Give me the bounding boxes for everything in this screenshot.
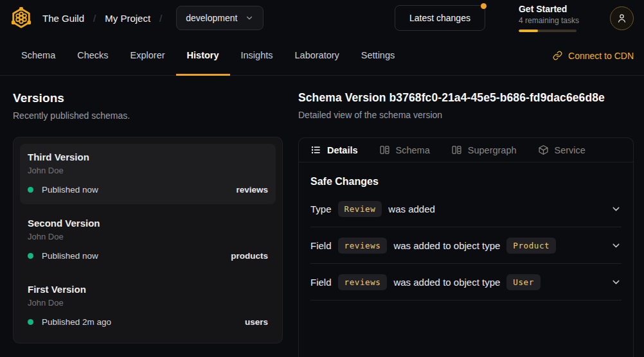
schema-version-card: DetailsSchemaSupergraphService Safe Chan… (298, 137, 634, 357)
version-author: John Doe (28, 298, 268, 308)
version-list-item[interactable]: Second VersionJohn DoePublished nowprodu… (20, 210, 276, 270)
detail-tab-schema[interactable]: Schema (379, 144, 430, 155)
published-dot-icon (28, 319, 33, 325)
breadcrumb-separator: / (159, 13, 162, 24)
schema-version-panel: Schema Version b3768fc0-21a4-45e5-b686-f… (298, 76, 634, 357)
change-text: was added to object type (393, 240, 500, 251)
latest-changes-button[interactable]: Latest changes (395, 5, 485, 31)
version-author: John Doe (28, 166, 268, 175)
code-badge: reviews (338, 274, 388, 290)
version-status-row: Published nowreviews (28, 185, 268, 195)
code-badge: User (506, 274, 541, 290)
detail-tab-label: Details (327, 145, 358, 155)
user-avatar[interactable] (610, 6, 634, 30)
tab-schema[interactable]: Schema (10, 36, 66, 76)
guild-hive-logo-icon[interactable] (10, 7, 32, 29)
published-dot-icon (28, 187, 33, 193)
tab-history[interactable]: History (176, 36, 230, 76)
latest-changes-label: Latest changes (409, 13, 470, 23)
version-name: Third Version (28, 152, 268, 162)
main-content: Versions Recently published schemas. Thi… (0, 76, 644, 357)
schema-version-title: Schema Version b3768fc0-21a4-45e5-b686-f… (298, 91, 634, 105)
detail-tab-details[interactable]: Details (310, 144, 358, 155)
change-description: Fieldreviewswas added to object typeUser (310, 274, 611, 290)
panels-icon (379, 144, 390, 155)
detail-tab-supergraph[interactable]: Supergraph (451, 144, 517, 155)
breadcrumb-separator: / (93, 13, 96, 24)
change-text: was added to object type (393, 277, 500, 288)
version-status: Published 2m ago (42, 317, 111, 327)
detail-tab-label: Schema (396, 145, 430, 155)
tab-checks[interactable]: Checks (66, 36, 119, 76)
get-started-title: Get Started (519, 4, 579, 14)
safe-changes-title: Safe Changes (310, 176, 622, 187)
change-text: was added (388, 204, 435, 214)
get-started-progress-fill (519, 30, 538, 32)
version-name: First Version (28, 284, 268, 295)
change-text: Field (310, 240, 332, 251)
connect-to-cdn-link[interactable]: Connect to CDN (553, 36, 634, 75)
connect-to-cdn-label: Connect to CDN (568, 51, 634, 61)
version-list-item[interactable]: First VersionJohn DoePublished 2m agouse… (20, 276, 276, 336)
target-select-value: development (186, 13, 237, 23)
version-author: John Doe (28, 232, 268, 241)
version-status: Published now (42, 185, 98, 195)
version-service: products (231, 251, 268, 261)
detail-tab-label: Service (555, 145, 586, 155)
versions-subtitle: Recently published schemas. (13, 110, 283, 121)
change-description: TypeReviewwas added (310, 201, 611, 217)
versions-list: Third VersionJohn DoePublished nowreview… (20, 144, 276, 336)
version-status: Published now (42, 251, 98, 261)
get-started-widget[interactable]: Get Started 4 remaining tasks (519, 4, 579, 32)
code-badge: Product (506, 238, 556, 254)
breadcrumb-org[interactable]: The Guild (42, 13, 84, 24)
tab-insights[interactable]: Insights (230, 36, 284, 76)
person-icon (616, 12, 628, 24)
cube-icon (538, 144, 549, 155)
detail-content: Safe Changes TypeReviewwas addedFieldrev… (299, 162, 633, 300)
target-select[interactable]: development (176, 6, 264, 30)
main-nav: SchemaChecksExplorerHistoryInsightsLabor… (0, 36, 644, 76)
version-status-row: Published 2m agousers (28, 317, 268, 327)
versions-card: Third VersionJohn DoePublished nowreview… (13, 137, 283, 344)
breadcrumb: The Guild / My Project / development (42, 6, 264, 30)
detail-tab-service[interactable]: Service (538, 144, 586, 155)
schema-version-subtitle: Detailed view of the schema version (298, 110, 634, 120)
main-nav-tabs: SchemaChecksExplorerHistoryInsightsLabor… (10, 36, 406, 75)
chevron-down-icon[interactable] (611, 204, 622, 214)
change-row[interactable]: TypeReviewwas added (310, 191, 622, 227)
version-status-row: Published nowproducts (28, 251, 268, 261)
header-right: Latest changes Get Started 4 remaining t… (395, 4, 634, 32)
versions-panel: Versions Recently published schemas. Thi… (13, 76, 283, 357)
list-icon (310, 144, 321, 155)
panels-icon (451, 144, 462, 155)
published-dot-icon (28, 253, 33, 259)
notification-dot (481, 3, 487, 9)
tab-laboratory[interactable]: Laboratory (284, 36, 350, 76)
chevron-down-icon[interactable] (611, 277, 622, 288)
change-row[interactable]: Fieldreviewswas added to object typeUser (310, 264, 622, 300)
changes-list: TypeReviewwas addedFieldreviewswas added… (310, 191, 622, 300)
get-started-subtitle: 4 remaining tasks (519, 16, 579, 25)
tab-explorer[interactable]: Explorer (120, 36, 176, 76)
change-row[interactable]: Fieldreviewswas added to object typeProd… (310, 227, 622, 264)
tab-settings[interactable]: Settings (350, 36, 406, 76)
change-text: Field (310, 277, 332, 288)
chevron-down-icon[interactable] (611, 240, 622, 251)
chevron-down-icon (245, 13, 254, 22)
link-icon (553, 51, 562, 60)
version-service: reviews (236, 185, 268, 195)
app-header: The Guild / My Project / development Lat… (0, 0, 644, 36)
version-name: Second Version (28, 218, 268, 229)
version-list-item[interactable]: Third VersionJohn DoePublished nowreview… (20, 144, 276, 204)
code-badge: Review (338, 201, 382, 217)
get-started-progress-bar (519, 30, 577, 32)
change-text: Type (310, 204, 332, 214)
versions-title: Versions (13, 91, 283, 105)
change-description: Fieldreviewswas added to object typeProd… (310, 238, 611, 254)
detail-tab-label: Supergraph (468, 145, 517, 155)
breadcrumb-project[interactable]: My Project (105, 13, 150, 24)
detail-tabs: DetailsSchemaSupergraphService (299, 138, 633, 162)
version-service: users (245, 317, 268, 327)
code-badge: reviews (338, 238, 388, 254)
